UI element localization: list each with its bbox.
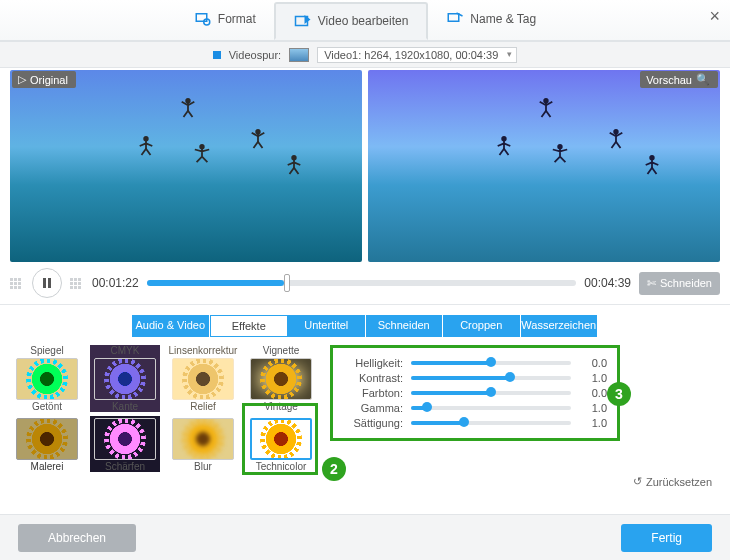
preview-original: [10, 70, 362, 262]
callout-2: 2: [322, 457, 346, 481]
slider-value: 1.0: [579, 372, 607, 384]
callout-3: 3: [607, 382, 631, 406]
effect-vignette[interactable]: VignetteVintage: [246, 345, 316, 412]
effect-spiegel[interactable]: SpiegelGetönt: [12, 345, 82, 412]
slider-label: Gamma:: [343, 402, 403, 414]
subtab-audio-video[interactable]: Audio & Video: [132, 315, 210, 337]
effect-technicolor[interactable]: Technicolor: [246, 416, 316, 472]
slider-hue[interactable]: Farbton:0.0: [343, 387, 607, 399]
tab-label: Name & Tag: [470, 12, 536, 26]
reset-button[interactable]: ↺ Zurücksetzen: [633, 475, 712, 488]
subtab-cut[interactable]: Schneiden: [366, 315, 444, 337]
effect-label: Relief: [190, 401, 216, 412]
effect-label: Vintage: [264, 401, 298, 412]
svg-rect-3: [449, 14, 460, 22]
effect-label: Vignette: [263, 345, 300, 356]
close-icon[interactable]: ×: [709, 6, 720, 27]
effect-label: Spiegel: [30, 345, 63, 356]
pause-button[interactable]: [32, 268, 62, 298]
seek-track[interactable]: [147, 280, 577, 286]
slider-handle[interactable]: [459, 417, 469, 427]
slider-gamma[interactable]: Gamma:1.0: [343, 402, 607, 414]
slider-label: Farbton:: [343, 387, 403, 399]
slider-label: Kontrast:: [343, 372, 403, 384]
effect-malerei[interactable]: Malerei: [12, 416, 82, 472]
tab-label: Format: [218, 12, 256, 26]
play-triangle-icon: ▷: [18, 73, 26, 86]
slider-value: 1.0: [579, 402, 607, 414]
top-tab-bar: × Format Video bearbeiten Name & Tag: [0, 0, 730, 42]
slider-handle[interactable]: [486, 357, 496, 367]
cancel-button[interactable]: Abbrechen: [18, 524, 136, 552]
subtab-subtitle[interactable]: Untertitel: [288, 315, 366, 337]
track-dropdown[interactable]: Video1: h264, 1920x1080, 00:04:39: [317, 47, 517, 63]
slider-label: Helligkeit:: [343, 357, 403, 369]
reset-icon: ↺: [633, 475, 642, 488]
effect-label: Malerei: [31, 461, 64, 472]
tab-video-edit[interactable]: Video bearbeiten: [274, 2, 429, 40]
effect-label: Getönt: [32, 401, 62, 412]
effect-label: Linsenkorrektur: [169, 345, 238, 356]
slider-value: 0.0: [579, 357, 607, 369]
footer: Abbrechen Fertig: [0, 514, 730, 560]
grip-left[interactable]: [10, 278, 24, 289]
effect-label: Kante: [112, 401, 138, 412]
sub-tab-bar: Audio & Video Effekte Untertitel Schneid…: [132, 315, 598, 337]
preview-processed: [368, 70, 720, 262]
preview-label: Vorschau: [646, 74, 692, 86]
done-button[interactable]: Fertig: [621, 524, 712, 552]
original-label: Original: [30, 74, 68, 86]
effect-blur[interactable]: Blur: [168, 416, 238, 472]
effect-label: CMYK: [111, 345, 140, 356]
track-thumbnail: [289, 48, 309, 62]
slider-saturation[interactable]: Sättigung:1.0: [343, 417, 607, 429]
effect-label: Schärfen: [105, 461, 145, 472]
video-track-row: Videospur: Video1: h264, 1920x1080, 00:0…: [0, 42, 730, 68]
preview-pair: [10, 70, 720, 262]
svg-rect-14: [43, 278, 46, 288]
effect-schaerfen[interactable]: Schärfen: [90, 416, 160, 472]
slider-handle[interactable]: [486, 387, 496, 397]
tab-label: Video bearbeiten: [318, 14, 409, 28]
slider-label: Sättigung:: [343, 417, 403, 429]
effect-cmyk[interactable]: CMYKKante: [90, 345, 160, 412]
track-marker-icon: [213, 51, 221, 59]
magnify-icon: 🔍: [696, 73, 710, 86]
timeline: 00:01:22 00:04:39 ✄ Schneiden: [0, 262, 730, 305]
subtab-effects[interactable]: Effekte: [210, 315, 289, 337]
effect-label: Blur: [194, 461, 212, 472]
effects-panel: Audio & Video Effekte Untertitel Schneid…: [0, 305, 730, 472]
slider-panel: Helligkeit:0.0 Kontrast:1.0 Farbton:0.0 …: [330, 345, 620, 441]
tab-name-tag[interactable]: Name & Tag: [428, 2, 554, 38]
slider-brightness[interactable]: Helligkeit:0.0: [343, 357, 607, 369]
time-current: 00:01:22: [92, 276, 139, 290]
tab-format[interactable]: Format: [176, 2, 274, 38]
effects-grid: SpiegelGetönt CMYKKante LinsenkorrekturR…: [12, 345, 316, 472]
track-label: Videospur:: [229, 49, 281, 61]
seek-handle[interactable]: [284, 274, 290, 292]
preview-badge[interactable]: Vorschau 🔍: [640, 71, 718, 88]
slider-value: 0.0: [579, 387, 607, 399]
time-total: 00:04:39: [584, 276, 631, 290]
svg-rect-15: [48, 278, 51, 288]
subtab-watermark[interactable]: Wasserzeichen: [521, 315, 599, 337]
scissors-icon: ✄: [647, 277, 656, 290]
slider-contrast[interactable]: Kontrast:1.0: [343, 372, 607, 384]
slider-handle[interactable]: [422, 402, 432, 412]
effect-label: Technicolor: [256, 461, 307, 472]
grip-right[interactable]: [70, 278, 84, 289]
original-badge: ▷ Original: [12, 71, 76, 88]
cut-button[interactable]: ✄ Schneiden: [639, 272, 720, 295]
slider-value: 1.0: [579, 417, 607, 429]
effect-linsenkorrektur[interactable]: LinsenkorrekturRelief: [168, 345, 238, 412]
slider-handle[interactable]: [505, 372, 515, 382]
reset-label: Zurücksetzen: [646, 476, 712, 488]
subtab-crop[interactable]: Croppen: [443, 315, 521, 337]
cut-label: Schneiden: [660, 277, 712, 289]
